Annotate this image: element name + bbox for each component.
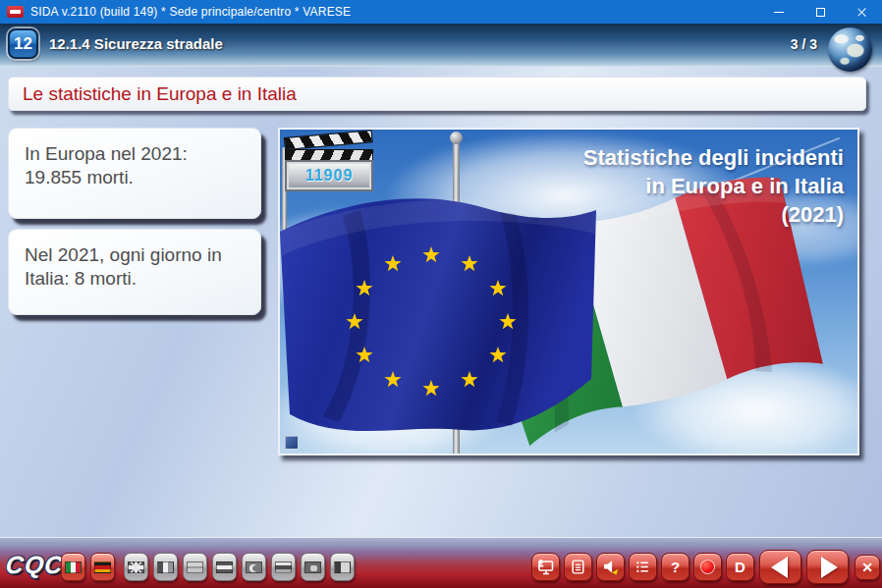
arrow-left-icon [771, 557, 788, 578]
french-flag-icon [157, 561, 174, 573]
chapter-title: 12.1.4 Sicurezza stradale [49, 35, 223, 52]
tools-row: ? D ✕ [527, 550, 880, 584]
titlebar: SIDA v.2110 (build 149) * Sede principal… [0, 0, 882, 24]
page-indicator: 3 / 3 [791, 36, 817, 52]
help-label: ? [671, 559, 680, 575]
window-title: SIDA v.2110 (build 149) * Sede principal… [30, 5, 351, 19]
minimize-icon [774, 12, 784, 13]
screen-person-icon [536, 559, 555, 575]
maximize-button[interactable] [799, 0, 841, 24]
close-button[interactable] [841, 0, 882, 24]
flag-icon-grayscale [304, 561, 321, 573]
language-row [61, 553, 355, 581]
speaker-icon [601, 559, 620, 575]
note-box: Nel 2021, ogni giorno in Italia: 8 morti… [8, 229, 261, 315]
language-button-10[interactable] [330, 553, 355, 581]
flag-icon-grayscale [246, 561, 262, 573]
pole-finial [450, 132, 463, 144]
dictionary-button[interactable]: D [726, 553, 754, 581]
audio-button[interactable] [596, 553, 625, 581]
note-text: Nel 2021, ogni giorno in Italia: 8 morti… [25, 244, 222, 289]
index-list-button[interactable] [629, 553, 657, 581]
next-button[interactable] [806, 550, 849, 584]
note-box: In Europa nel 2021: 19.855 morti. [8, 128, 261, 219]
language-button-french[interactable] [153, 553, 178, 581]
caption-line: Statistiche degli incidenti [583, 143, 844, 172]
language-button-6[interactable] [212, 553, 237, 581]
sida-window: SIDA v.2110 (build 149) * Sede principal… [0, 0, 882, 588]
note-text: In Europa nel 2021: 19.855 morti. [25, 143, 188, 187]
caption-line: in Europa e in Italia [583, 172, 844, 200]
close-icon [856, 7, 867, 18]
exit-label: ✕ [861, 560, 873, 575]
help-button[interactable]: ? [661, 553, 689, 581]
list-icon [634, 559, 651, 575]
chapter-badge: 12 [8, 28, 38, 59]
clip-number: 11909 [305, 167, 354, 185]
screen-presentation-button[interactable] [531, 553, 560, 581]
clapperboard-icon: 11909 [285, 137, 373, 194]
record-icon [700, 560, 715, 574]
german-flag-icon [94, 561, 111, 573]
previous-button[interactable] [759, 550, 801, 584]
arrow-right-icon [821, 557, 838, 578]
minimize-button[interactable] [758, 0, 799, 24]
clapper-stripes [284, 130, 373, 150]
language-button-5[interactable] [183, 553, 207, 581]
language-button-english[interactable] [124, 553, 148, 581]
lesson-title-bar: Le statistiche in Europa e in Italia [8, 77, 866, 111]
dictionary-label: D [735, 559, 745, 575]
caption-line: (2021) [583, 200, 844, 229]
language-button-italian[interactable] [61, 553, 85, 581]
language-button-9[interactable] [301, 553, 325, 581]
media-caption: Statistiche degli incidenti in Europa e … [583, 143, 844, 229]
clip-number-plate: 11909 [285, 160, 373, 191]
app-icon [7, 6, 24, 18]
picture-icon [284, 435, 299, 450]
eu-flag [278, 185, 603, 455]
italian-flag-icon [65, 561, 82, 573]
chapter-header: 12 12.1.4 Sicurezza stradale 3 / 3 [0, 24, 882, 67]
language-button-8[interactable] [271, 553, 296, 581]
flag-icon-grayscale [334, 561, 351, 573]
record-button[interactable] [693, 553, 722, 581]
language-button-german[interactable] [90, 553, 115, 581]
cqc-logo: CQC [4, 551, 65, 579]
maximize-icon [816, 8, 825, 17]
british-flag-icon [128, 561, 144, 573]
lesson-content: Le statistiche in Europa e in Italia In … [0, 67, 882, 537]
flag-icon-grayscale [216, 561, 233, 573]
language-button-7[interactable] [242, 553, 266, 581]
flag-icon-grayscale [275, 561, 292, 573]
text-sheet-button[interactable] [564, 553, 592, 581]
exit-lesson-button[interactable]: ✕ [854, 555, 880, 580]
globe-icon [828, 27, 872, 72]
media-frame[interactable]: Statistiche degli incidenti in Europa e … [278, 128, 859, 455]
bottom-toolbar: CQC [0, 537, 882, 588]
flag-icon-grayscale [187, 561, 203, 573]
lesson-title: Le statistiche in Europa e in Italia [23, 83, 297, 105]
document-icon [570, 559, 586, 575]
